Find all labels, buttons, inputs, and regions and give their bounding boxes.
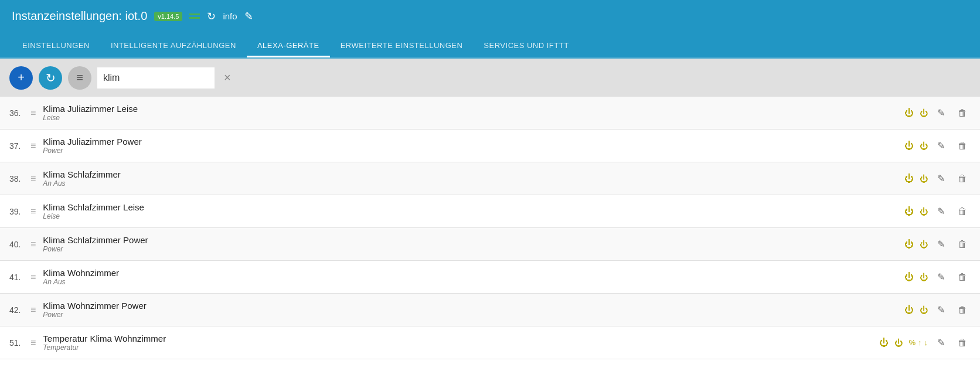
row-number: 36. [9,108,30,118]
device-name: Temperatur Klima Wohnzimmer [43,333,879,343]
device-type: An Aus [43,278,904,286]
device-name: Klima Schlafzimmer Leise [43,202,904,212]
tab-alexa[interactable]: ALEXA-GERÄTE [247,35,330,57]
table-row: 51. ≡ Temperatur Klima Wohnzimmer Temper… [0,326,980,359]
extra-icons: % ↑ ↓ [908,338,928,347]
delete-button[interactable]: 🗑 [954,171,971,186]
power-icon[interactable]: ⏻ [904,239,914,250]
device-type: Leise [43,114,904,122]
row-number: 40. [9,240,30,249]
drag-icon[interactable]: ≡ [30,239,36,250]
power-icon[interactable]: ⏻ [904,141,914,151]
row-actions: ⏻ ⏻ ✎ 🗑 [904,302,971,318]
power-icon-2[interactable]: ⏻ [920,207,928,216]
add-button[interactable]: + [9,66,33,90]
header-refresh-icon[interactable]: ↻ [207,10,216,23]
delete-button[interactable]: 🗑 [954,237,971,252]
row-actions: ⏻ ⏻ ✎ 🗑 [904,171,971,186]
device-name: Klima Juliazimmer Leise [43,104,904,114]
delete-button[interactable]: 🗑 [954,302,971,318]
power-icon-2[interactable]: ⏻ [920,108,928,118]
device-name: Klima Schlafzimmer [43,169,904,179]
delete-button[interactable]: 🗑 [954,270,971,285]
power-icon-2[interactable]: ⏻ [920,141,928,151]
power-icon-2[interactable]: ⏻ [920,305,928,315]
tab-intelligente[interactable]: INTELLIGENTE AUFZÄHLUNGEN [100,35,247,57]
row-actions: ⏻ ⏻ ✎ 🗑 [904,236,971,252]
app-title: Instanzeinstellungen: iot.0 [12,9,147,23]
device-name: Klima Wohnzimmer [43,268,904,278]
row-actions: ⏻ ⏻ ✎ 🗑 [904,105,971,121]
row-number: 42. [9,305,30,315]
drag-icon[interactable]: ≡ [30,305,36,315]
device-type: Leise [43,212,904,220]
row-actions: ⏻ ⏻ % ↑ ↓ ✎ 🗑 [879,335,971,350]
delete-button[interactable]: 🗑 [954,105,971,121]
menu-button[interactable]: ≡ [68,66,91,90]
refresh-button[interactable]: ↻ [39,66,62,90]
power-icon[interactable]: ⏻ [904,206,914,217]
header-edit-icon[interactable]: ✎ [244,10,253,23]
edit-button[interactable]: ✎ [934,138,948,154]
edit-button[interactable]: ✎ [934,269,948,285]
device-name: Klima Juliazimmer Power [43,137,904,147]
drag-icon[interactable]: ≡ [30,173,36,184]
power-icon-2[interactable]: ⏻ [920,240,928,249]
drag-icon[interactable]: ≡ [30,272,36,283]
nav-tabs: EINSTELLUNGEN INTELLIGENTE AUFZÄHLUNGEN … [0,32,980,59]
edit-button[interactable]: ✎ [934,335,948,350]
delete-button[interactable]: 🗑 [954,335,971,350]
clear-search-button[interactable]: × [220,71,234,84]
app-header: Instanzeinstellungen: iot.0 v1.14.5 ↻ in… [0,0,980,32]
device-info: Klima Wohnzimmer Power Power [43,301,904,319]
percent-icon[interactable]: % [908,338,916,347]
device-type: Power [43,311,904,319]
delete-button[interactable]: 🗑 [954,204,971,219]
drag-icon[interactable]: ≡ [30,108,36,118]
delete-button[interactable]: 🗑 [954,138,971,154]
device-type: Power [43,147,904,155]
device-info: Klima Juliazimmer Leise Leise [43,104,904,122]
power-icon[interactable]: ⏻ [904,173,914,184]
power-icon-2[interactable]: ⏻ [920,273,928,282]
tab-einstellungen[interactable]: EINSTELLUNGEN [12,35,100,57]
row-number: 51. [9,338,30,348]
drag-icon[interactable]: ≡ [30,338,36,348]
row-number: 41. [9,273,30,282]
bars-icon[interactable] [189,13,200,19]
device-info: Klima Schlafzimmer Power Power [43,235,904,253]
header-info-label[interactable]: info [223,11,237,21]
row-number: 39. [9,207,30,216]
toolbar: + ↻ ≡ × [0,59,980,97]
down-icon[interactable]: ↓ [924,338,928,347]
edit-button[interactable]: ✎ [934,236,948,252]
edit-button[interactable]: ✎ [934,105,948,121]
row-actions: ⏻ ⏻ ✎ 🗑 [904,269,971,285]
power-icon-2[interactable]: ⏻ [894,338,903,348]
table-row: 38. ≡ Klima Schlafzimmer An Aus ⏻ ⏻ ✎ 🗑 [0,162,980,195]
table-row: 36. ≡ Klima Juliazimmer Leise Leise ⏻ ⏻ … [0,97,980,130]
device-info: Klima Schlafzimmer Leise Leise [43,202,904,220]
search-input[interactable] [97,67,215,89]
device-name: Klima Schlafzimmer Power [43,235,904,245]
up-icon[interactable]: ↑ [918,338,922,347]
power-icon-2[interactable]: ⏻ [920,174,928,183]
edit-button[interactable]: ✎ [934,171,948,186]
drag-icon[interactable]: ≡ [30,206,36,217]
power-icon[interactable]: ⏻ [904,108,914,118]
device-list: 36. ≡ Klima Juliazimmer Leise Leise ⏻ ⏻ … [0,97,980,388]
edit-button[interactable]: ✎ [934,302,948,318]
table-row: 42. ≡ Klima Wohnzimmer Power Power ⏻ ⏻ ✎… [0,294,980,326]
drag-icon[interactable]: ≡ [30,141,36,151]
edit-button[interactable]: ✎ [934,203,948,219]
tab-erweiterte[interactable]: ERWEITERTE EINSTELLUNGEN [330,35,474,57]
row-actions: ⏻ ⏻ ✎ 🗑 [904,138,971,154]
power-icon[interactable]: ⏻ [904,305,914,315]
device-info: Klima Wohnzimmer An Aus [43,268,904,286]
tab-services[interactable]: SERVICES UND IFTTT [473,35,579,57]
power-icon[interactable]: ⏻ [904,272,914,283]
device-name: Klima Wohnzimmer Power [43,301,904,311]
power-icon[interactable]: ⏻ [879,338,889,348]
device-info: Klima Juliazimmer Power Power [43,137,904,155]
table-row: 39. ≡ Klima Schlafzimmer Leise Leise ⏻ ⏻… [0,195,980,228]
